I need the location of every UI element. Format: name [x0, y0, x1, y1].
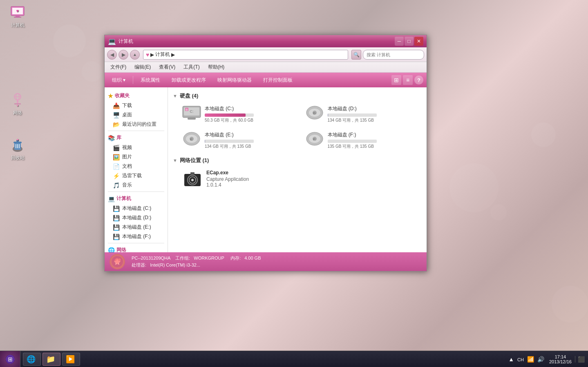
- tray-show-desktop-icon[interactable]: ⬛: [575, 356, 586, 363]
- start-button[interactable]: ⊞: [0, 351, 20, 367]
- tray-sound-icon[interactable]: 🔊: [536, 356, 546, 363]
- menu-tools[interactable]: 工具(T): [179, 63, 203, 71]
- back-button[interactable]: ◀: [107, 50, 117, 60]
- tray-expand-icon[interactable]: ▲: [507, 356, 516, 363]
- drive-d-item[interactable]: D: 本地磁盘 (D:) 134 GB 可用，共 135 GB: [302, 103, 422, 126]
- sidebar-section-computer: 💻 计算机 💾 本地磁盘 (C:) 💾 本地磁盘 (D:) 💾 本地磁盘 (E:…: [105, 194, 168, 241]
- taskbar-item-media[interactable]: ▶️: [62, 353, 80, 366]
- toolbar-sysinfo[interactable]: 系统属性: [136, 75, 164, 85]
- sidebar-item-disk-c[interactable]: 💾 本地磁盘 (C:): [105, 204, 168, 213]
- status-workgroup-label: 工作组:: [175, 256, 190, 260]
- toolbar-controlpanel[interactable]: 打开控制面板: [259, 75, 297, 85]
- sidebar-disk-e-label: 本地磁盘 (E:): [122, 224, 151, 231]
- sidebar-item-recent[interactable]: 📂 最近访问的位置: [105, 120, 168, 129]
- status-pcname: PC--20131209QHA 工作组: WORKGROUP 内存: 4.00 …: [132, 255, 261, 261]
- taskbar-item-ie[interactable]: 🌐: [23, 353, 41, 366]
- sidebar-desktop-label: 桌面: [122, 111, 132, 118]
- disk-e-icon: 💾: [113, 224, 120, 231]
- network-icon: ♥: [9, 92, 26, 108]
- sidebar-item-thunder[interactable]: ⚡ 迅雷下载: [105, 171, 168, 180]
- media-icon: ▶️: [66, 355, 75, 364]
- drive-e-bar: [205, 140, 205, 143]
- taskbar-items: 🌐 📁 ▶️: [20, 351, 505, 367]
- drive-f-space: 135 GB 可用，共 135 GB: [328, 144, 420, 149]
- drive-c-info: 本地磁盘 (C:) 50.3 GB 可用，共 60.0 GB: [205, 105, 297, 123]
- recycle-icon-label: 回收站: [11, 155, 25, 161]
- tray-lang-icon[interactable]: CH: [516, 356, 525, 363]
- help-button[interactable]: ?: [414, 76, 423, 85]
- menu-help[interactable]: 帮助(H): [204, 63, 229, 71]
- sidebar-header-library[interactable]: 📚 库: [105, 133, 168, 143]
- drive-d-info: 本地磁盘 (D:) 134 GB 可用，共 135 GB: [328, 105, 420, 123]
- sidebar-header-computer[interactable]: 💻 计算机: [105, 194, 168, 204]
- ecap-item[interactable]: ECap.exe Capture Application 1.0.1.4: [173, 167, 422, 196]
- drive-c-bar-container: [205, 113, 254, 117]
- sidebar-item-music[interactable]: 🎵 音乐: [105, 180, 168, 190]
- recycle-icon: ♥: [9, 137, 26, 153]
- taskbar-clock[interactable]: 17:14 2013/12/16: [546, 354, 575, 364]
- drive-e-bar-container: [205, 140, 254, 143]
- taskbar-item-explorer[interactable]: 📁: [42, 353, 60, 366]
- main-panel: ▼ 硬盘 (4) C:: [168, 87, 427, 252]
- menu-view[interactable]: 查看(V): [155, 63, 179, 71]
- sidebar-disk-c-label: 本地磁盘 (C:): [122, 205, 151, 212]
- computer-icon-label: 计算机: [11, 22, 25, 28]
- view-details-btn[interactable]: ≡: [403, 75, 413, 85]
- toolbar-separator-1: [133, 76, 133, 84]
- up-button[interactable]: ▲: [130, 50, 140, 60]
- sidebar-docs-label: 文档: [122, 163, 132, 170]
- music-icon: 🎵: [113, 182, 120, 189]
- hard-disks-collapse-arrow[interactable]: ▼: [173, 93, 177, 98]
- ecap-info: ECap.exe Capture Application 1.0.1.4: [206, 170, 249, 188]
- toolbar-mapnet[interactable]: 映射网络驱动器: [213, 75, 256, 85]
- sidebar-item-downloads[interactable]: 📥 下载: [105, 101, 168, 110]
- recent-folder-icon: 📂: [113, 121, 120, 128]
- sidebar-header-network[interactable]: 🌐 网络: [105, 245, 168, 252]
- sidebar-item-disk-d[interactable]: 💾 本地磁盘 (D:): [105, 213, 168, 222]
- sidebar-item-desktop[interactable]: 🖥️ 桌面: [105, 110, 168, 120]
- search-input[interactable]: [363, 50, 424, 60]
- toolbar-right: ⊞ ≡ ?: [391, 75, 423, 85]
- network-locations-arrow[interactable]: ▼: [173, 158, 177, 163]
- search-icon-btn[interactable]: 🔍: [351, 50, 361, 60]
- toolbar-uninstall[interactable]: 卸载或更改程序: [168, 75, 210, 85]
- desktop-icon-network[interactable]: ♥ 网络: [3, 92, 32, 116]
- close-button[interactable]: ✕: [414, 37, 423, 46]
- menu-edit[interactable]: 编辑(E): [130, 63, 155, 71]
- sidebar-item-disk-e[interactable]: 💾 本地磁盘 (E:): [105, 222, 168, 232]
- desktop-icon-computer[interactable]: ♥ 计算机: [3, 4, 32, 28]
- status-memory: 4.00 GB: [244, 256, 261, 260]
- sidebar-header-favorites[interactable]: ★ 收藏夹: [105, 91, 168, 101]
- sidebar-favorites-label: 收藏夹: [115, 92, 130, 99]
- sidebar-item-docs[interactable]: 📄 文档: [105, 162, 168, 171]
- sidebar-item-pictures[interactable]: 🖼️ 图片: [105, 152, 168, 162]
- hard-disks-header: ▼ 硬盘 (4): [173, 92, 422, 100]
- toolbar: 组织 ▾ 系统属性 卸载或更改程序 映射网络驱动器 打开控制面板 ⊞ ≡ ?: [105, 73, 427, 87]
- drive-f-name: 本地磁盘 (F:): [328, 131, 420, 138]
- drive-f-item[interactable]: F: 本地磁盘 (F:) 135 GB 可用，共 135 GB: [302, 129, 422, 152]
- desktop-icon-recycle[interactable]: ♥ 回收站: [3, 137, 32, 161]
- maximize-button[interactable]: □: [405, 37, 414, 46]
- toolbar-organize[interactable]: 组织 ▾: [108, 75, 130, 85]
- svg-text:⊞: ⊞: [186, 108, 188, 111]
- sidebar-downloads-label: 下载: [122, 102, 132, 109]
- svg-text:♥: ♥: [16, 9, 19, 13]
- tray-network-icon[interactable]: 📶: [525, 356, 536, 363]
- view-toggle-btn[interactable]: ⊞: [391, 75, 401, 85]
- window-icon: 💻: [108, 38, 116, 45]
- address-crumb: ♥ ▶ 计算机 ▶: [146, 51, 175, 58]
- drive-e-item[interactable]: E: 本地磁盘 (E:) 134 GB 可用，共 135 GB: [179, 129, 299, 152]
- status-avatar: [110, 254, 125, 269]
- explorer-icon: 📁: [46, 355, 55, 364]
- drive-c-space: 50.3 GB 可用，共 60.0 GB: [205, 118, 297, 123]
- drive-c-item[interactable]: C: ⊞ 本地磁盘 (C:): [179, 103, 299, 126]
- sidebar-item-video[interactable]: 🎬 视频: [105, 143, 168, 152]
- sidebar-item-disk-f[interactable]: 💾 本地磁盘 (F:): [105, 232, 168, 241]
- menu-file[interactable]: 文件(F): [106, 63, 130, 71]
- minimize-button[interactable]: ─: [395, 37, 404, 46]
- drive-grid: C: ⊞ 本地磁盘 (C:): [173, 103, 422, 152]
- drive-d-space: 134 GB 可用，共 135 GB: [328, 118, 420, 123]
- taskbar: ⊞ 🌐 📁 ▶️ ▲ CH 📶 🔊 17:14: [0, 351, 588, 367]
- forward-button[interactable]: ▶: [118, 50, 128, 60]
- address-bar[interactable]: ♥ ▶ 计算机 ▶: [143, 50, 348, 60]
